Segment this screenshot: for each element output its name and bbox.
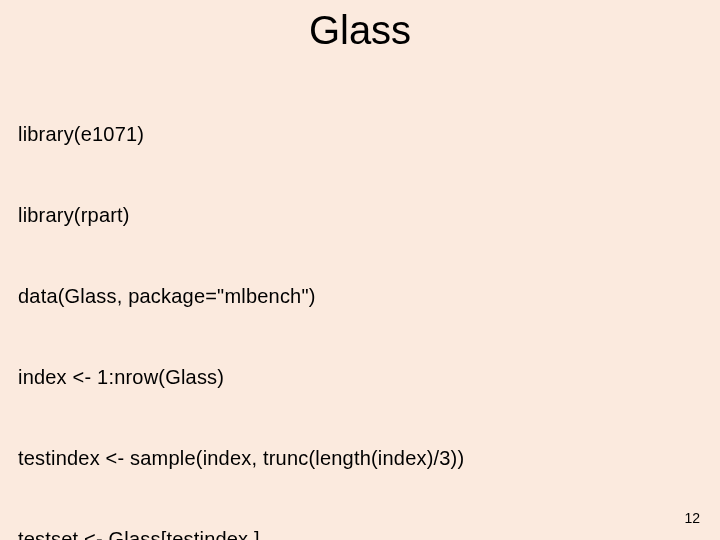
code-line: data(Glass, package="mlbench") [18, 283, 702, 310]
code-line: library(e1071) [18, 121, 702, 148]
page-number: 12 [684, 510, 700, 526]
code-line: index <- 1:nrow(Glass) [18, 364, 702, 391]
code-block: library(e1071) library(rpart) data(Glass… [18, 67, 702, 540]
code-line: library(rpart) [18, 202, 702, 229]
slide: Glass library(e1071) library(rpart) data… [0, 0, 720, 540]
slide-title: Glass [18, 8, 702, 53]
code-line: testindex <- sample(index, trunc(length(… [18, 445, 702, 472]
code-line: testset <- Glass[testindex,] [18, 526, 702, 540]
